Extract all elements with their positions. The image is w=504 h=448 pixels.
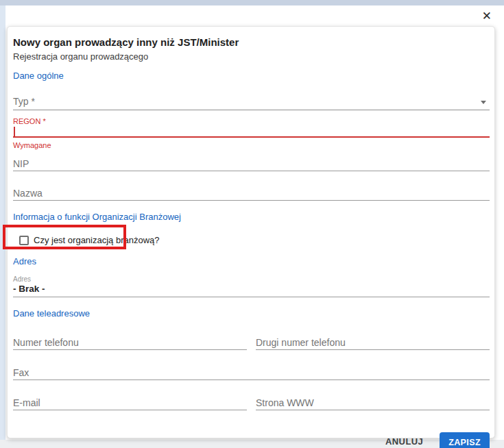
branch-checkbox-row[interactable]: Czy jest organizacją branżową?	[13, 235, 490, 245]
regon-input[interactable]	[13, 125, 490, 138]
nip-input[interactable]	[13, 158, 490, 171]
modal-dialog: ✕ Nowy organ prowadzący inny niż JST/Min…	[5, 5, 504, 440]
regon-label: REGON *	[13, 118, 490, 125]
checkbox-icon[interactable]	[19, 236, 29, 245]
section-heading-general: Dane ogólne	[13, 71, 490, 81]
email-row	[13, 397, 490, 410]
fax-input[interactable]	[13, 367, 490, 380]
typ-select[interactable]: Typ *	[13, 97, 490, 110]
dialog-subtitle: Rejestracja organu prowadzącego	[13, 52, 490, 61]
close-icon[interactable]: ✕	[479, 8, 494, 25]
text-cursor	[14, 127, 15, 137]
typ-select-label: Typ *	[13, 97, 35, 107]
nazwa-input[interactable]	[13, 188, 490, 201]
branch-checkbox-label: Czy jest organizacją branżową?	[34, 236, 160, 245]
dialog-title: Nowy organ prowadzący inny niż JST/Minis…	[13, 37, 490, 48]
phone-row	[13, 337, 490, 350]
phone-input[interactable]	[13, 337, 247, 350]
regon-error-message: Wymagane	[13, 142, 490, 149]
regon-field-group: REGON * Wymagane	[13, 118, 490, 149]
page-edge-top	[0, 0, 504, 5]
form-card: Nowy organ prowadzący inny niż JST/Minis…	[7, 26, 495, 438]
section-heading-contact: Dane teleadresowe	[13, 309, 490, 319]
save-button[interactable]: ZAPISZ	[440, 432, 490, 448]
adres-field-label: Adres	[13, 275, 490, 283]
adres-field-group[interactable]: Adres - Brak -	[13, 275, 490, 297]
dialog-actions: ANULUJ ZAPISZ	[13, 431, 490, 448]
email-input[interactable]	[13, 397, 247, 410]
dropdown-arrow-icon	[481, 101, 486, 104]
phone2-input[interactable]	[256, 337, 490, 350]
section-heading-branch: Informacja o funkcji Organizacji Branżow…	[13, 212, 490, 222]
page-edge-left	[0, 5, 5, 440]
adres-field-value: - Brak -	[13, 284, 490, 294]
section-heading-address: Adres	[13, 257, 490, 266]
www-input[interactable]	[256, 397, 490, 410]
cancel-button[interactable]: ANULUJ	[379, 431, 430, 448]
